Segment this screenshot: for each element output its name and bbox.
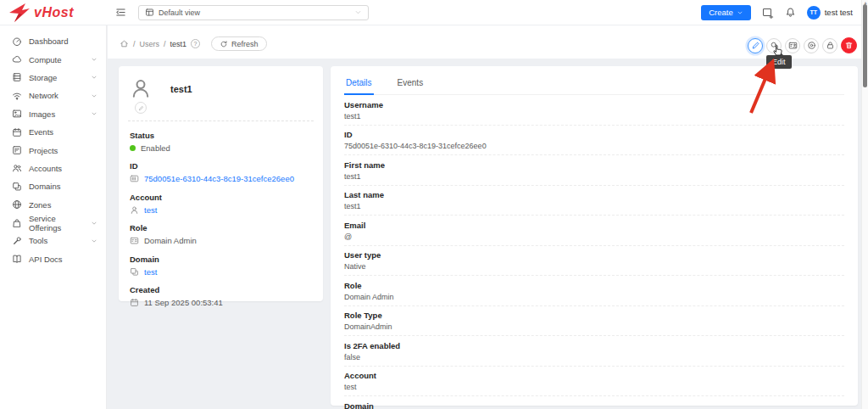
- change-password-button[interactable]: [766, 38, 782, 53]
- generate-keys-button[interactable]: [785, 38, 800, 53]
- detail-value: Native: [344, 262, 844, 271]
- block-icon: [130, 267, 139, 277]
- sidebar-item-storage[interactable]: Storage: [0, 69, 106, 87]
- status-enabled-dot: [130, 145, 136, 151]
- sidebar-item-compute[interactable]: Compute: [0, 50, 106, 68]
- detail-label: Domain: [344, 401, 844, 409]
- view-select[interactable]: Default view: [138, 5, 369, 20]
- brand-logo[interactable]: vHost: [0, 3, 107, 23]
- tool-icon: [12, 236, 22, 246]
- detail-label: Account: [344, 371, 844, 380]
- chevron-down-icon: [91, 238, 97, 244]
- switch-project-icon[interactable]: [762, 7, 774, 19]
- tab-bar: Details Events: [344, 75, 844, 95]
- detail-row-first-name: First name test1: [344, 155, 844, 186]
- magnifier-icon: [770, 41, 779, 50]
- notifications-bell-icon[interactable]: [785, 7, 796, 18]
- edit-button[interactable]: [748, 38, 763, 53]
- sidebar-item-network[interactable]: Network: [0, 87, 106, 104]
- view-select-value: Default view: [159, 8, 200, 17]
- calendar-icon: [130, 298, 139, 307]
- sidebar-item-domains[interactable]: Domains: [0, 177, 106, 195]
- delete-user-button[interactable]: [841, 37, 857, 53]
- detail-value: Domain Admin: [344, 293, 844, 301]
- detail-value: false: [344, 353, 844, 361]
- wifi-icon: [12, 91, 22, 101]
- id-link[interactable]: 75d0051e-6310-44c3-8c19-31cefce26ee0: [144, 174, 294, 183]
- block-icon: [12, 182, 22, 192]
- lock-user-button[interactable]: [822, 38, 837, 53]
- sidebar-item-tools[interactable]: Tools: [0, 232, 106, 249]
- field-label: Domain: [130, 255, 312, 264]
- breadcrumb: / Users / test1 Refresh: [120, 36, 267, 51]
- user-menu[interactable]: TT test test: [807, 6, 853, 20]
- detail-row-user-type: User type Native: [344, 246, 844, 277]
- book-icon: [12, 254, 22, 264]
- detail-label: Is 2FA enabled: [344, 341, 844, 350]
- role-value: Domain Admin: [144, 236, 197, 245]
- resource-card: test1 Status Enabled ID 75d0051e-6310-44…: [119, 66, 323, 301]
- refresh-button[interactable]: Refresh: [211, 36, 267, 51]
- detail-value: test1: [344, 112, 844, 120]
- sidebar-item-label: Zones: [29, 200, 51, 210]
- id-card-icon: [130, 236, 139, 245]
- chevron-down-icon: [354, 8, 362, 16]
- stop-icon: [807, 41, 816, 50]
- tab-details[interactable]: Details: [344, 75, 374, 94]
- account-link[interactable]: test: [144, 205, 157, 215]
- sidebar-item-api-docs[interactable]: API Docs: [0, 250, 106, 268]
- home-icon[interactable]: [120, 39, 129, 48]
- chevron-down-icon: [91, 92, 97, 99]
- breadcrumb-item-users[interactable]: Users: [140, 40, 160, 48]
- view-grid-icon: [145, 8, 154, 17]
- project-icon: [12, 145, 22, 155]
- edit-avatar-button[interactable]: [135, 102, 147, 114]
- pencil-icon: [751, 41, 760, 50]
- reload-icon: [220, 40, 228, 48]
- detail-label: ID: [344, 130, 844, 139]
- detail-value: @: [344, 233, 844, 241]
- detail-row-id: ID 75d0051e-6310-44c3-8c19-31cefce26ee0: [344, 126, 844, 156]
- user-avatar-icon: [130, 77, 152, 99]
- sidebar-item-zones[interactable]: Zones: [0, 196, 106, 214]
- scrollbar-thumb[interactable]: [863, 4, 867, 87]
- user-avatar: TT: [807, 6, 821, 20]
- lock-icon: [826, 41, 835, 50]
- sidebar-item-label: Projects: [29, 146, 58, 155]
- sidebar-item-events[interactable]: Events: [0, 123, 106, 141]
- sidebar-item-label: Network: [29, 91, 58, 100]
- sidebar-item-accounts[interactable]: Accounts: [0, 160, 106, 177]
- sidebar-item-label: Images: [29, 109, 55, 119]
- database-icon: [12, 72, 22, 82]
- create-button[interactable]: Create: [701, 5, 751, 20]
- breadcrumb-separator: /: [133, 40, 136, 48]
- sidebar-item-dashboard[interactable]: Dashboard: [0, 32, 106, 50]
- create-button-label: Create: [709, 8, 733, 17]
- field-id: ID 75d0051e-6310-44c3-8c19-31cefce26ee0: [130, 161, 312, 183]
- user-name: test test: [825, 8, 853, 17]
- help-question-icon[interactable]: [191, 39, 200, 48]
- divider: [128, 120, 314, 121]
- detail-label: Username: [344, 100, 844, 109]
- disable-user-button[interactable]: [804, 38, 819, 53]
- breadcrumb-item-current: test1: [170, 40, 187, 48]
- vertical-scrollbar[interactable]: ▲: [861, 0, 868, 409]
- tab-events[interactable]: Events: [396, 75, 426, 94]
- detail-label: Last name: [344, 190, 844, 199]
- sidebar-item-label: Compute: [29, 55, 62, 64]
- sidebar-item-images[interactable]: Images: [0, 105, 106, 123]
- sidebar-item-projects[interactable]: Projects: [0, 141, 106, 159]
- brand-name: vHost: [34, 5, 74, 20]
- barcode-icon: [130, 174, 139, 183]
- sidebar-collapse-button[interactable]: [115, 7, 126, 18]
- sidebar-item-service-offerings[interactable]: Service Offerings: [0, 214, 106, 232]
- field-label: ID: [130, 161, 312, 171]
- domain-link[interactable]: test: [144, 267, 157, 277]
- detail-value: DomainAdmin: [344, 322, 844, 331]
- picture-icon: [12, 109, 22, 119]
- action-bar: [748, 37, 857, 53]
- detail-label: Role Type: [344, 311, 844, 320]
- sidebar-item-label: Service Offerings: [29, 214, 84, 233]
- sidebar-item-label: Tools: [29, 236, 47, 245]
- chevron-down-icon: [91, 110, 97, 117]
